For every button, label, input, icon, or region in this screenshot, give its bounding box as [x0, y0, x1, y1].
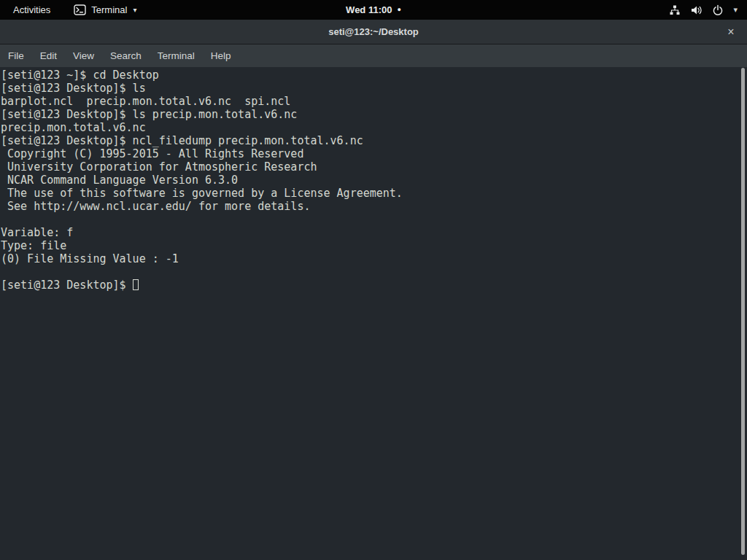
- terminal-line: [seti@123 Desktop]$ ls: [1, 82, 747, 95]
- power-icon: [712, 4, 724, 16]
- terminal-screen[interactable]: [seti@123 ~]$ cd Desktop [seti@123 Deskt…: [0, 67, 747, 560]
- app-menu-label: Terminal: [91, 4, 127, 15]
- terminal-cursor: [133, 279, 139, 290]
- prompt-line: [seti@123 Desktop]$: [1, 279, 747, 292]
- terminal-line: The use of this software is governed by …: [1, 187, 747, 200]
- scrollbar-thumb[interactable]: [741, 68, 745, 555]
- terminal-line: barplot.ncl precip.mon.total.v6.nc spi.n…: [1, 95, 747, 108]
- menu-edit[interactable]: Edit: [32, 46, 65, 66]
- network-icon: [669, 4, 681, 16]
- menu-search[interactable]: Search: [102, 46, 150, 66]
- system-status-menu[interactable]: ▾: [669, 4, 738, 16]
- terminal-line: (0) File Missing Value : -1: [1, 252, 747, 265]
- chevron-down-icon: ▾: [733, 5, 738, 15]
- app-menu-terminal[interactable]: Terminal ▾: [69, 2, 141, 18]
- terminal-line: [seti@123 Desktop]$ ls precip.mon.total.…: [1, 108, 747, 121]
- terminal-line: [1, 265, 747, 279]
- menu-view[interactable]: View: [65, 46, 102, 66]
- title-bar[interactable]: seti@123:~/Desktop ×: [0, 20, 747, 44]
- menu-help[interactable]: Help: [203, 46, 239, 66]
- terminal-line: [seti@123 Desktop]$ ncl_filedump precip.…: [1, 134, 747, 147]
- terminal-line: precip.mon.total.v6.nc: [1, 121, 747, 134]
- notification-dot-icon: ●: [397, 7, 400, 13]
- activities-button[interactable]: Activities: [7, 1, 56, 18]
- terminal-line: [1, 213, 747, 226]
- terminal-window: seti@123:~/Desktop × File Edit View Sear…: [0, 20, 747, 560]
- terminal-line: See http://www.ncl.ucar.edu/ for more de…: [1, 200, 747, 213]
- clock-label: Wed 11:00: [346, 4, 392, 15]
- terminal-line: Type: file: [1, 239, 747, 252]
- terminal-line: University Corporation for Atmospheric R…: [1, 160, 747, 174]
- menu-terminal[interactable]: Terminal: [150, 46, 203, 66]
- terminal-line: Variable: f: [1, 226, 747, 239]
- terminal-line: NCAR Command Language Version 6.3.0: [1, 174, 747, 187]
- close-icon[interactable]: ×: [723, 24, 739, 40]
- clock-button[interactable]: Wed 11:00 ●: [346, 4, 401, 15]
- menu-bar: File Edit View Search Terminal Help: [0, 44, 747, 67]
- menu-file[interactable]: File: [0, 46, 32, 66]
- top-bar: Activities Terminal ▾ Wed 11:00 ●: [0, 0, 747, 20]
- terminal-line: [seti@123 ~]$ cd Desktop: [1, 69, 747, 82]
- prompt-text: [seti@123 Desktop]$: [1, 279, 133, 292]
- terminal-line: Copyright (C) 1995-2015 - All Rights Res…: [1, 147, 747, 160]
- chevron-down-icon: ▾: [133, 6, 136, 14]
- volume-icon: [690, 4, 703, 16]
- window-title: seti@123:~/Desktop: [328, 26, 419, 37]
- terminal-app-icon: [74, 4, 86, 15]
